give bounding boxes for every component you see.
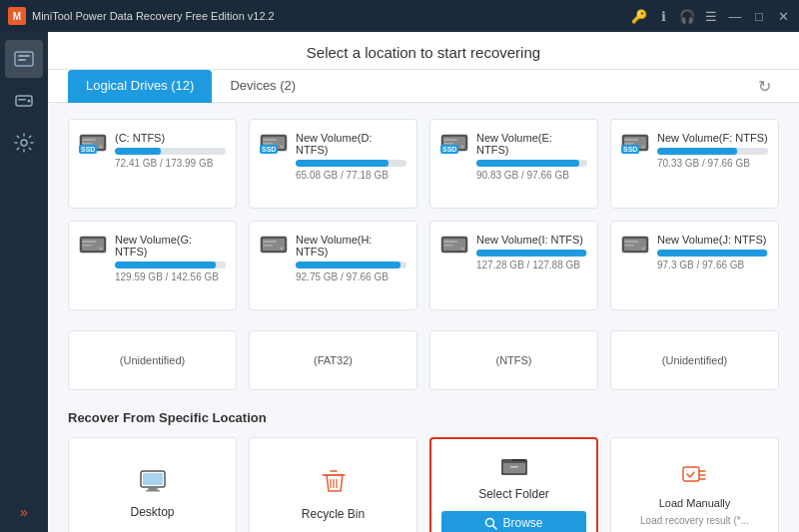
svg-rect-3 <box>18 55 30 57</box>
svg-line-60 <box>493 525 497 529</box>
drive-info-0: (C: NTFS) 72.41 GB / 173.99 GB <box>115 132 226 169</box>
svg-rect-32 <box>82 241 96 243</box>
drive-icon-0: SSD <box>79 132 107 154</box>
menu-icon[interactable]: ☰ <box>703 8 719 24</box>
info-icon[interactable]: ℹ <box>655 8 671 24</box>
main-content: Select a location to start recovering Lo… <box>48 32 799 532</box>
unidentified-card-2[interactable]: (NTFS) <box>429 330 598 390</box>
svg-point-26 <box>642 146 645 149</box>
drive-info-4: New Volume(G: NTFS) 129.59 GB / 142.56 G… <box>115 234 226 282</box>
svg-rect-27 <box>624 139 638 141</box>
tab-devices[interactable]: Devices (2) <box>212 70 314 103</box>
maximize-icon[interactable]: □ <box>751 8 767 24</box>
svg-rect-57 <box>503 463 525 473</box>
close-icon[interactable]: ✕ <box>775 8 791 24</box>
drive-card-1[interactable]: SSD New Volume(D: NTFS) 65.08 GB / 77.18… <box>249 119 417 209</box>
tabs-row: Logical Drives (12) Devices (2) ↻ <box>48 70 799 103</box>
unidentified-label-3: (Unidentified) <box>621 354 768 366</box>
drives-grid: SSD (C: NTFS) 72.41 GB / 173.99 GB <box>68 119 779 310</box>
sidebar-item-drives[interactable] <box>5 82 43 120</box>
recycle-label: Recycle Bin <box>302 507 365 521</box>
drive-size-6: 127.28 GB / 127.88 GB <box>476 260 587 270</box>
unidentified-label-2: (NTFS) <box>440 354 587 366</box>
location-load-manually[interactable]: Load Manually Load recovery result (*... <box>610 437 779 532</box>
specific-location-title: Recover From Specific Location <box>68 410 779 425</box>
headphone-icon[interactable]: 🎧 <box>679 8 695 24</box>
key-icon[interactable]: 🔑 <box>631 8 647 24</box>
svg-rect-7 <box>18 99 26 101</box>
drive-card-0[interactable]: SSD (C: NTFS) 72.41 GB / 173.99 GB <box>68 119 237 209</box>
desktop-label: Desktop <box>130 505 174 519</box>
drive-card-6[interactable]: New Volume(I: NTFS) 127.28 GB / 127.88 G… <box>429 221 598 310</box>
drive-bar-5 <box>296 262 406 268</box>
drive-card-7[interactable]: New Volume(J: NTFS) 97.3 GB / 97.66 GB <box>610 221 779 310</box>
svg-point-36 <box>281 248 284 251</box>
svg-point-21 <box>461 146 464 149</box>
drive-name-6: New Volume(I: NTFS) <box>476 234 587 246</box>
minimize-icon[interactable]: — <box>727 8 743 24</box>
app-title: MiniTool Power Data Recovery Free Editio… <box>32 10 631 22</box>
unidentified-card-3[interactable]: (Unidentified) <box>610 330 779 390</box>
unidentified-label-0: (Unidentified) <box>79 354 226 366</box>
drive-name-0: (C: NTFS) <box>115 132 226 144</box>
svg-point-46 <box>642 248 645 251</box>
sidebar: » <box>0 32 48 532</box>
drive-card-4[interactable]: New Volume(G: NTFS) 129.59 GB / 142.56 G… <box>68 221 237 310</box>
svg-rect-58 <box>510 466 518 468</box>
drive-size-7: 97.3 GB / 97.66 GB <box>657 260 768 270</box>
main-scroll-area[interactable]: SSD (C: NTFS) 72.41 GB / 173.99 GB <box>48 103 799 532</box>
svg-rect-42 <box>443 241 457 243</box>
drive-bar-6 <box>476 250 587 257</box>
svg-point-31 <box>100 248 103 251</box>
drive-icon-4 <box>79 234 107 256</box>
svg-rect-43 <box>443 245 453 247</box>
drive-bar-3 <box>657 148 768 155</box>
drive-card-3[interactable]: SSD New Volume(F: NTFS) 70.33 GB / 97.66… <box>610 119 779 209</box>
browse-button[interactable]: Browse <box>441 511 586 532</box>
svg-point-6 <box>28 100 31 103</box>
unidentified-card-0[interactable]: (Unidentified) <box>68 330 237 390</box>
app-body: » Select a location to start recovering … <box>0 32 799 532</box>
svg-rect-51 <box>146 490 160 492</box>
svg-rect-37 <box>263 241 277 243</box>
sidebar-item-recover[interactable] <box>5 40 43 78</box>
drive-info-7: New Volume(J: NTFS) 97.3 GB / 97.66 GB <box>657 234 768 270</box>
location-recycle[interactable]: Recycle Bin <box>249 437 417 532</box>
select-folder-label: Select Folder <box>478 487 549 501</box>
drive-name-4: New Volume(G: NTFS) <box>115 234 226 258</box>
drive-info-5: New Volume(H: NTFS) 92.75 GB / 97.66 GB <box>296 234 406 282</box>
sidebar-bottom: » <box>16 500 32 524</box>
drive-icon-2: SSD <box>440 132 468 154</box>
drive-size-3: 70.33 GB / 97.66 GB <box>657 158 768 169</box>
refresh-icon[interactable]: ↻ <box>750 73 779 100</box>
desktop-icon <box>139 469 167 499</box>
svg-point-41 <box>461 248 464 251</box>
drive-card-5[interactable]: New Volume(H: NTFS) 92.75 GB / 97.66 GB <box>249 221 417 310</box>
drive-name-7: New Volume(J: NTFS) <box>657 234 768 246</box>
drive-bar-1 <box>296 160 406 167</box>
folder-icon <box>500 453 528 481</box>
drive-card-2[interactable]: SSD New Volume(E: NTFS) 90.83 GB / 97.66… <box>429 119 598 209</box>
expand-icon[interactable]: » <box>16 500 32 524</box>
location-desktop[interactable]: Desktop <box>68 437 237 532</box>
unidentified-card-1[interactable]: (FAT32) <box>249 330 417 390</box>
drive-size-1: 65.08 GB / 77.18 GB <box>296 170 406 181</box>
drive-info-3: New Volume(F: NTFS) 70.33 GB / 97.66 GB <box>657 132 768 169</box>
drive-size-2: 90.83 GB / 97.66 GB <box>476 170 587 181</box>
title-bar: M MiniTool Power Data Recovery Free Edit… <box>0 0 799 32</box>
svg-rect-12 <box>82 139 96 141</box>
drive-bar-7 <box>657 250 768 257</box>
svg-rect-4 <box>18 59 26 61</box>
sidebar-item-settings[interactable] <box>5 124 43 162</box>
svg-point-11 <box>100 146 103 149</box>
location-select-folder[interactable]: Select Folder Browse <box>429 437 598 532</box>
drive-bar-4 <box>115 262 226 268</box>
page-header: Select a location to start recovering <box>48 32 799 70</box>
load-manually-sub: Load recovery result (*... <box>640 515 749 526</box>
drive-size-4: 129.59 GB / 142.56 GB <box>115 271 226 282</box>
tab-logical-drives[interactable]: Logical Drives (12) <box>68 70 212 103</box>
drive-icon-5 <box>260 234 288 256</box>
svg-rect-61 <box>683 467 699 481</box>
drive-icon-1: SSD <box>260 132 288 154</box>
drive-icon-7 <box>621 234 649 256</box>
